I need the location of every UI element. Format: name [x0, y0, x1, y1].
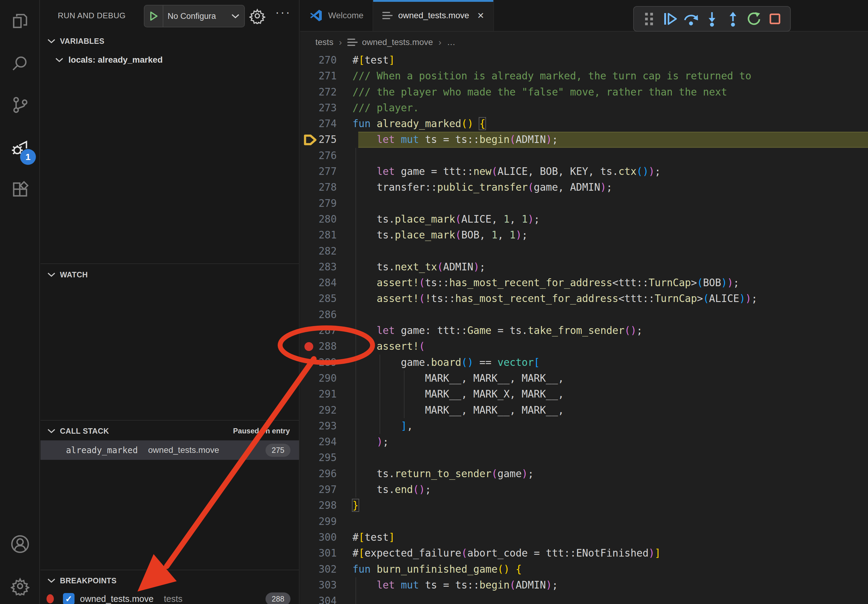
code-line-296[interactable]: 296 ts.return_to_sender(game);	[300, 466, 868, 482]
code-line-303[interactable]: 303 let mut ts = ts::begin(ADMIN);	[300, 577, 868, 593]
line-number[interactable]: 287	[300, 323, 337, 339]
line-number[interactable]: 304	[300, 593, 337, 604]
code-line-285[interactable]: 285 assert!(!ts::has_most_recent_for_add…	[300, 291, 868, 307]
breakpoints-section-header[interactable]: BREAKPOINTS	[40, 572, 299, 589]
code-line-273[interactable]: 273/// player.	[300, 100, 868, 116]
code-line-275[interactable]: 275 let mut ts = ts::begin(ADMIN);	[300, 132, 868, 147]
code-line-302[interactable]: 302fun burn_unfinished_game() {	[300, 561, 868, 577]
line-number[interactable]: 282	[300, 243, 337, 259]
code-line-295[interactable]: 295	[300, 450, 868, 466]
code-line-284[interactable]: 284 assert!(ts::has_most_recent_for_addr…	[300, 275, 868, 291]
line-number[interactable]: 285	[300, 291, 337, 307]
start-debug-icon[interactable]	[144, 5, 163, 27]
extensions-icon[interactable]	[0, 173, 40, 206]
code-line-300[interactable]: 300#[test]	[300, 530, 868, 545]
breakpoint-checkbox[interactable]: ✓	[63, 593, 74, 604]
line-number[interactable]: 295	[300, 450, 337, 466]
code-line-274[interactable]: 274fun already_marked() {	[300, 116, 868, 132]
line-number[interactable]: 297	[300, 482, 337, 497]
run-and-debug-icon[interactable]: 1	[0, 131, 40, 164]
restart-icon[interactable]	[746, 10, 763, 27]
explorer-icon[interactable]	[0, 4, 40, 38]
step-over-icon[interactable]	[682, 10, 699, 27]
line-number[interactable]: 286	[300, 307, 337, 323]
line-number[interactable]: 289	[300, 355, 337, 370]
account-icon[interactable]	[0, 527, 40, 561]
code-line-291[interactable]: 291 MARK__, MARK_X, MARK__,	[300, 386, 868, 402]
line-number[interactable]: 302	[300, 561, 337, 577]
code-line-299[interactable]: 299	[300, 514, 868, 530]
code-line-288[interactable]: 288 assert!(	[300, 339, 868, 354]
line-number[interactable]: 278	[300, 180, 337, 195]
code-line-297[interactable]: 297 ts.end();	[300, 482, 868, 497]
call-stack-section-header[interactable]: CALL STACK Paused on entry	[40, 423, 299, 439]
toolbar-drag-grip[interactable]	[640, 10, 657, 27]
line-number[interactable]: 275	[300, 132, 337, 147]
continue-icon[interactable]	[662, 10, 679, 27]
close-tab-icon[interactable]: ✕	[477, 11, 484, 21]
step-out-icon[interactable]	[724, 10, 741, 27]
code-line-272[interactable]: 272/// the player who made the "false" m…	[300, 84, 868, 100]
line-number[interactable]: 291	[300, 386, 337, 402]
line-number[interactable]: 274	[300, 116, 337, 132]
code-line-301[interactable]: 301#[expected_failure(abort_code = ttt::…	[300, 545, 868, 561]
line-number[interactable]: 284	[300, 275, 337, 291]
tab-owned-tests[interactable]: owned_tests.move ✕	[373, 0, 494, 31]
code-editor[interactable]: 270#[test]271/// When a position is alre…	[300, 52, 868, 604]
line-number[interactable]: 290	[300, 370, 337, 386]
line-number[interactable]: 298	[300, 497, 337, 513]
stop-icon[interactable]	[766, 10, 783, 27]
code-line-278[interactable]: 278 transfer::public_transfer(game, ADMI…	[300, 180, 868, 195]
line-number[interactable]: 296	[300, 466, 337, 482]
tab-welcome[interactable]: Welcome	[300, 0, 373, 31]
search-icon[interactable]	[0, 47, 40, 80]
code-line-287[interactable]: 287 let game: ttt::Game = ts.take_from_s…	[300, 323, 868, 339]
step-into-icon[interactable]	[704, 10, 721, 27]
debug-settings-gear-icon[interactable]	[249, 8, 265, 25]
breadcrumb-folder[interactable]: tests	[315, 37, 333, 47]
line-number[interactable]: 279	[300, 195, 337, 211]
locals-scope-row[interactable]: locals: already_marked	[40, 51, 299, 69]
line-number[interactable]: 294	[300, 434, 337, 450]
source-control-icon[interactable]	[0, 88, 40, 122]
line-number[interactable]: 283	[300, 259, 337, 275]
code-line-276[interactable]: 276	[300, 148, 868, 164]
line-number[interactable]: 277	[300, 164, 337, 180]
settings-gear-icon[interactable]	[0, 569, 40, 603]
line-number[interactable]: 292	[300, 403, 337, 418]
code-line-292[interactable]: 292 MARK__, MARK__, MARK__,	[300, 403, 868, 418]
code-line-270[interactable]: 270#[test]	[300, 52, 868, 68]
code-line-294[interactable]: 294 );	[300, 434, 868, 450]
line-number[interactable]: 288	[300, 339, 337, 354]
code-line-298[interactable]: 298}	[300, 497, 868, 513]
code-line-283[interactable]: 283 ts.next_tx(ADMIN);	[300, 259, 868, 275]
variables-section-header[interactable]: VARIABLES	[40, 33, 299, 49]
code-line-286[interactable]: 286	[300, 307, 868, 323]
line-number[interactable]: 271	[300, 68, 337, 84]
code-line-271[interactable]: 271/// When a position is already marked…	[300, 68, 868, 84]
line-number[interactable]: 273	[300, 100, 337, 116]
launch-configuration-dropdown[interactable]: No Configura	[144, 5, 245, 27]
line-number[interactable]: 300	[300, 530, 337, 545]
code-line-290[interactable]: 290 MARK__, MARK__, MARK__,	[300, 370, 868, 386]
code-line-281[interactable]: 281 ts.place_mark(BOB, 1, 1);	[300, 227, 868, 243]
stack-frame-row[interactable]: already_marked owned_tests.move 275	[40, 440, 299, 460]
line-number[interactable]: 270	[300, 52, 337, 68]
code-line-277[interactable]: 277 let game = ttt::new(ALICE, BOB, KEY,…	[300, 164, 868, 180]
line-number[interactable]: 272	[300, 84, 337, 100]
breadcrumb-symbol-more[interactable]: …	[447, 37, 456, 47]
line-number[interactable]: 293	[300, 418, 337, 434]
code-line-293[interactable]: 293 ],	[300, 418, 868, 434]
line-number[interactable]: 280	[300, 211, 337, 227]
breakpoint-list-item[interactable]: ✓ owned_tests.move tests 288	[40, 590, 299, 604]
watch-section-header[interactable]: WATCH	[40, 266, 299, 283]
line-number[interactable]: 276	[300, 148, 337, 164]
more-actions-icon[interactable]: ···	[275, 5, 291, 19]
breadcrumb-file[interactable]: owned_tests.move	[362, 37, 433, 47]
line-number[interactable]: 299	[300, 514, 337, 530]
line-number[interactable]: 301	[300, 545, 337, 561]
line-number[interactable]: 303	[300, 577, 337, 593]
breakpoint-dot-icon[interactable]	[304, 342, 313, 351]
code-line-282[interactable]: 282	[300, 243, 868, 259]
line-number[interactable]: 281	[300, 227, 337, 243]
